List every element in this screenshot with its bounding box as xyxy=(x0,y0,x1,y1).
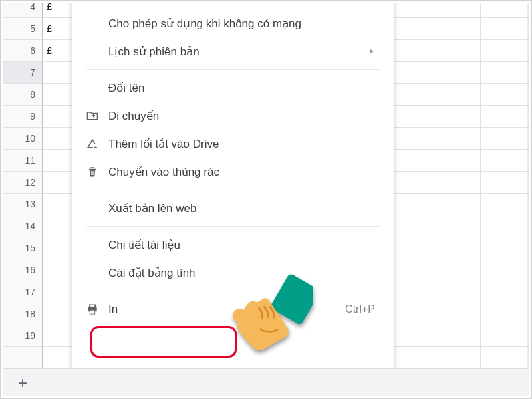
row-header[interactable]: 11 xyxy=(3,150,43,172)
row-header[interactable]: 19 xyxy=(3,325,43,347)
menu-label: Thêm lối tắt vào Drive xyxy=(108,137,375,151)
cell[interactable] xyxy=(43,215,73,237)
menu-label: Chuyển vào thùng rác xyxy=(108,165,375,179)
svg-rect-7 xyxy=(90,311,95,314)
menu-item-version-history[interactable]: Lịch sử phiên bản xyxy=(72,37,394,65)
menu-label: Cài đặt bảng tính xyxy=(108,266,375,280)
menu-shortcut: Ctrl+P xyxy=(345,303,375,315)
row-header[interactable]: 14 xyxy=(3,215,43,237)
menu-label: In xyxy=(108,303,345,316)
svg-rect-5 xyxy=(91,171,92,175)
row-header[interactable]: 17 xyxy=(3,281,43,303)
submenu-arrow-icon xyxy=(368,47,375,57)
cell[interactable]: £ xyxy=(43,3,73,18)
menu-item-move[interactable]: Di chuyển xyxy=(72,102,394,130)
cell[interactable]: £ xyxy=(43,18,73,40)
menu-label: Cho phép sử dụng khi không có mạng xyxy=(108,17,375,31)
file-context-menu: Cho phép sử dụng khi không có mạng Lịch … xyxy=(72,3,394,396)
cell[interactable] xyxy=(43,281,73,303)
menu-label: Đổi tên xyxy=(108,81,375,95)
menu-label: Chi tiết tài liệu xyxy=(108,238,375,252)
row-header[interactable]: 4 xyxy=(3,3,43,18)
cell[interactable] xyxy=(43,237,73,259)
cell[interactable] xyxy=(43,347,73,369)
menu-item-publish-web[interactable]: Xuất bản lên web xyxy=(72,194,394,222)
svg-marker-0 xyxy=(370,49,374,54)
row-header[interactable]: 8 xyxy=(3,84,43,106)
menu-item-spreadsheet-settings[interactable]: Cài đặt bảng tính xyxy=(72,259,394,287)
menu-label: Xuất bản lên web xyxy=(108,201,375,215)
cell[interactable]: £ xyxy=(43,40,73,62)
cell[interactable] xyxy=(43,106,73,128)
vertical-scrollbar[interactable] xyxy=(527,3,529,371)
cell[interactable] xyxy=(43,62,73,84)
cell[interactable] xyxy=(43,325,73,347)
row-header[interactable]: 13 xyxy=(3,194,43,215)
row-header[interactable]: 5 xyxy=(3,18,43,40)
cell[interactable] xyxy=(43,194,73,215)
row-header[interactable]: 9 xyxy=(3,106,43,128)
drive-plus-icon: + xyxy=(86,137,108,150)
cell[interactable] xyxy=(43,259,73,281)
menu-separator xyxy=(86,291,380,291)
svg-rect-6 xyxy=(92,171,93,175)
row-header[interactable]: 18 xyxy=(3,303,43,325)
row-header[interactable]: 6 xyxy=(3,40,43,62)
sheet-tab-bar: + xyxy=(3,368,529,396)
trash-icon xyxy=(86,165,108,178)
menu-separator xyxy=(86,226,380,227)
row-header[interactable]: 7 xyxy=(3,62,43,84)
menu-item-cutoff[interactable] xyxy=(72,3,394,9)
row-header[interactable]: 15 xyxy=(3,237,43,259)
menu-separator xyxy=(86,190,380,190)
cell[interactable] xyxy=(43,303,73,325)
menu-item-trash[interactable]: Chuyển vào thùng rác xyxy=(72,158,394,186)
row-header[interactable]: 12 xyxy=(3,172,43,194)
add-sheet-button[interactable]: + xyxy=(3,369,43,397)
menu-label: Di chuyển xyxy=(108,109,375,123)
row-header[interactable]: 16 xyxy=(3,259,43,281)
cell[interactable] xyxy=(43,172,73,194)
cell[interactable] xyxy=(43,150,73,172)
cell[interactable] xyxy=(43,128,73,150)
menu-item-add-shortcut[interactable]: + Thêm lối tắt vào Drive xyxy=(72,130,394,158)
row-header[interactable]: 10 xyxy=(3,128,43,150)
menu-separator xyxy=(86,69,380,70)
print-icon xyxy=(86,303,108,316)
menu-item-offline[interactable]: Cho phép sử dụng khi không có mạng xyxy=(72,9,394,37)
menu-item-document-details[interactable]: Chi tiết tài liệu xyxy=(72,231,394,259)
svg-text:+: + xyxy=(94,144,98,150)
cell[interactable] xyxy=(43,84,73,106)
menu-item-rename[interactable]: Đổi tên xyxy=(72,74,394,102)
row-header[interactable] xyxy=(3,347,43,369)
menu-item-print[interactable]: In Ctrl+P xyxy=(72,295,394,323)
folder-move-icon xyxy=(86,109,108,122)
svg-rect-8 xyxy=(90,305,95,307)
menu-label: Lịch sử phiên bản xyxy=(108,45,368,59)
